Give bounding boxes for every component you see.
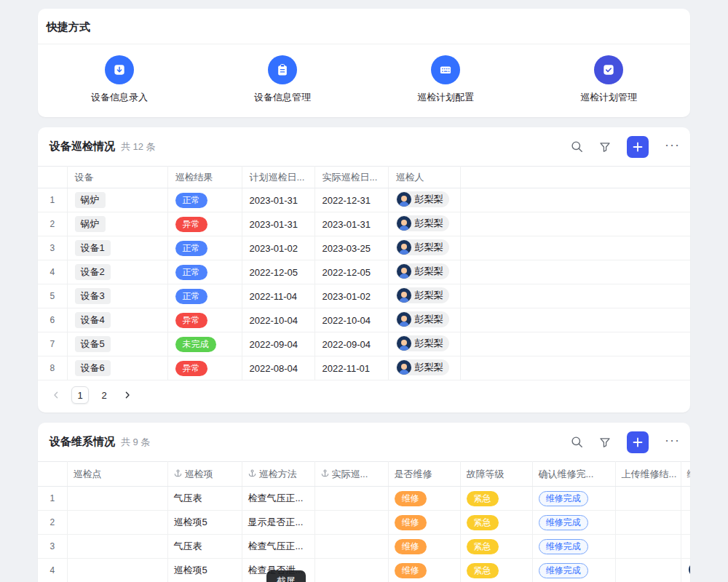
shortcut-plan-config[interactable]: 巡检计划配置 <box>364 55 527 104</box>
table-row[interactable]: 4 设备2 正常 2022-12-05 2022-12-05 彭梨梨 <box>38 260 690 284</box>
confirm-cell[interactable]: 维修完成 <box>532 511 615 535</box>
confirm-cell[interactable]: 维修完成 <box>532 535 615 559</box>
table-row[interactable]: 8 设备6 异常 2022-08-04 2022-11-01 彭梨梨 <box>38 356 690 380</box>
column-header-level[interactable]: 故障等级 <box>460 462 532 487</box>
result-cell[interactable]: 正常 <box>167 236 242 260</box>
planned-date-cell[interactable]: 2022-10-04 <box>242 308 314 332</box>
method-cell[interactable]: 检查气压正... <box>242 487 314 511</box>
prev-page-icon[interactable] <box>48 386 64 404</box>
result-cell[interactable]: 正常 <box>167 284 242 308</box>
column-header-upload[interactable]: 上传维修结... <box>615 462 681 487</box>
method-cell[interactable]: 显示是否正... <box>242 511 314 535</box>
actual-cell[interactable] <box>314 511 388 535</box>
row-index[interactable]: 6 <box>38 308 67 332</box>
item-cell[interactable]: 气压表 <box>167 535 242 559</box>
inspector-cell[interactable]: 彭梨梨 <box>388 284 460 308</box>
repair-cell[interactable]: 维修 <box>388 487 460 511</box>
inspector-cell[interactable]: 彭梨梨 <box>388 356 460 380</box>
repair-cell[interactable]: 维修 <box>388 559 460 582</box>
confirm-cell[interactable]: 维修完成 <box>532 487 615 511</box>
table-row[interactable]: 7 设备5 未完成 2022-09-04 2022-09-04 彭梨梨 <box>38 332 690 356</box>
repair-cell[interactable]: 维修 <box>388 535 460 559</box>
inspector-cell[interactable]: 彭梨梨 <box>388 308 460 332</box>
page-button-1[interactable]: 1 <box>71 386 89 404</box>
item-cell[interactable]: 巡检项5 <box>167 559 242 582</box>
add-record-button[interactable] <box>627 136 649 158</box>
device-cell[interactable]: 设备6 <box>67 356 167 380</box>
column-header-result[interactable]: 巡检结果 <box>167 167 242 188</box>
result-cell[interactable]: 异常 <box>167 356 242 380</box>
point-cell[interactable] <box>67 511 167 535</box>
result-cell[interactable]: 异常 <box>167 308 242 332</box>
method-cell[interactable]: 检查气压正... <box>242 535 314 559</box>
inspector-cell[interactable]: 彭梨梨 <box>388 236 460 260</box>
table-row[interactable]: 1 锅炉 正常 2023-01-31 2022-12-31 彭梨梨 <box>38 188 690 212</box>
row-index[interactable]: 1 <box>38 487 67 511</box>
actual-date-cell[interactable]: 2023-03-25 <box>314 236 388 260</box>
row-index[interactable]: 4 <box>38 260 67 284</box>
result-cell[interactable]: 正常 <box>167 188 242 212</box>
planned-date-cell[interactable]: 2023-01-31 <box>242 212 314 236</box>
next-page-icon[interactable] <box>119 386 135 404</box>
cut-cell[interactable] <box>681 487 690 511</box>
column-header-planned-date[interactable]: 计划巡检日... <box>242 167 314 188</box>
planned-date-cell[interactable]: 2023-01-02 <box>242 236 314 260</box>
table-row[interactable]: 3 气压表 检查气压正... 维修 紧急 维修完成 <box>38 535 690 559</box>
planned-date-cell[interactable]: 2022-09-04 <box>242 332 314 356</box>
upload-cell[interactable] <box>615 559 681 582</box>
shortcut-device-entry[interactable]: 设备信息录入 <box>38 55 201 104</box>
cut-cell[interactable] <box>681 559 690 582</box>
item-cell[interactable]: 气压表 <box>167 487 242 511</box>
upload-cell[interactable] <box>615 535 681 559</box>
result-cell[interactable]: 异常 <box>167 212 242 236</box>
point-cell[interactable] <box>67 559 167 582</box>
level-cell[interactable]: 紧急 <box>460 511 532 535</box>
column-header-point[interactable]: 巡检点 <box>67 462 167 487</box>
inspector-cell[interactable]: 彭梨梨 <box>388 332 460 356</box>
filter-icon[interactable] <box>599 141 611 153</box>
screenshot-tooltip[interactable]: 截屏 <box>266 570 306 582</box>
column-header-device[interactable]: 设备 <box>67 167 167 188</box>
table-row[interactable]: 2 锅炉 异常 2023-01-31 2023-01-31 彭梨梨 <box>38 212 690 236</box>
shortcut-device-manage[interactable]: 设备信息管理 <box>201 55 364 104</box>
upload-cell[interactable] <box>615 487 681 511</box>
table-row[interactable]: 3 设备1 正常 2023-01-02 2023-03-25 彭梨梨 <box>38 236 690 260</box>
actual-date-cell[interactable]: 2023-01-31 <box>314 212 388 236</box>
row-index[interactable]: 7 <box>38 332 67 356</box>
row-index[interactable]: 2 <box>38 511 67 535</box>
device-cell[interactable]: 设备1 <box>67 236 167 260</box>
search-icon[interactable] <box>571 436 583 448</box>
result-cell[interactable]: 未完成 <box>167 332 242 356</box>
column-header-repair[interactable]: 是否维修 <box>388 462 460 487</box>
column-header-actual-date[interactable]: 实际巡检日... <box>314 167 388 188</box>
table-row[interactable]: 4 巡检项5 检查是否泄... 维修 紧急 维修完成 <box>38 559 690 582</box>
planned-date-cell[interactable]: 2023-01-31 <box>242 188 314 212</box>
upload-cell[interactable] <box>615 511 681 535</box>
actual-cell[interactable] <box>314 535 388 559</box>
inspector-cell[interactable]: 彭梨梨 <box>388 188 460 212</box>
inspector-cell[interactable]: 彭梨梨 <box>388 260 460 284</box>
level-cell[interactable]: 紧急 <box>460 535 532 559</box>
planned-date-cell[interactable]: 2022-12-05 <box>242 260 314 284</box>
planned-date-cell[interactable]: 2022-08-04 <box>242 356 314 380</box>
actual-date-cell[interactable]: 2022-10-04 <box>314 308 388 332</box>
actual-cell[interactable] <box>314 487 388 511</box>
table-row[interactable]: 5 设备3 正常 2022-11-04 2023-01-02 彭梨梨 <box>38 284 690 308</box>
repair-cell[interactable]: 维修 <box>388 511 460 535</box>
row-index[interactable]: 8 <box>38 356 67 380</box>
table-row[interactable]: 6 设备4 异常 2022-10-04 2022-10-04 彭梨梨 <box>38 308 690 332</box>
cut-cell[interactable] <box>681 535 690 559</box>
actual-date-cell[interactable]: 2022-12-05 <box>314 260 388 284</box>
add-record-button[interactable] <box>627 431 649 453</box>
point-cell[interactable] <box>67 535 167 559</box>
filter-icon[interactable] <box>599 436 611 448</box>
actual-date-cell[interactable]: 2022-12-31 <box>314 188 388 212</box>
point-cell[interactable] <box>67 487 167 511</box>
device-cell[interactable]: 设备4 <box>67 308 167 332</box>
level-cell[interactable]: 紧急 <box>460 487 532 511</box>
device-cell[interactable]: 设备2 <box>67 260 167 284</box>
column-header-confirm[interactable]: 确认维修完... <box>532 462 615 487</box>
more-options-icon[interactable]: ··· <box>665 434 680 451</box>
column-header-actual[interactable]: 实际巡... <box>314 462 388 487</box>
device-cell[interactable]: 锅炉 <box>67 188 167 212</box>
